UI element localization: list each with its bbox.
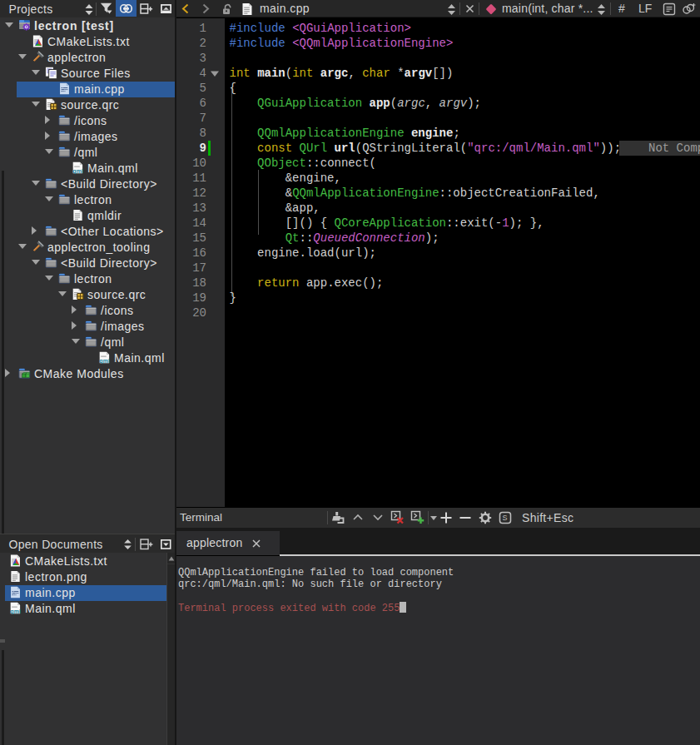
svg-text:S: S bbox=[503, 514, 508, 522]
